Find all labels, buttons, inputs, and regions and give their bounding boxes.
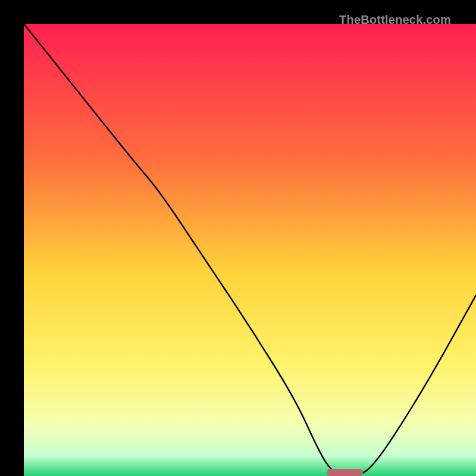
watermark-text: TheBottleneck.com <box>339 13 451 27</box>
bottleneck-chart <box>24 24 476 476</box>
chart-frame: TheBottleneck.com <box>0 0 476 476</box>
gradient-background <box>24 24 476 476</box>
minimum-marker <box>327 469 363 476</box>
